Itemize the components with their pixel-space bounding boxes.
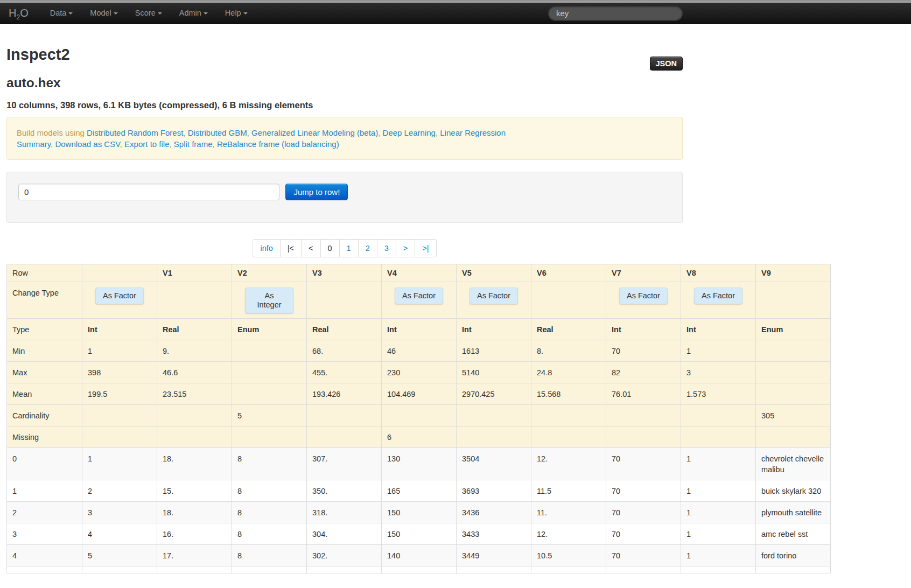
navbar-link-score[interactable]: Score <box>127 3 171 24</box>
as-factor-button[interactable]: As Factor <box>619 288 668 304</box>
summary-value <box>756 426 831 448</box>
data-value: 350. <box>307 480 382 502</box>
caret-down-icon <box>114 12 118 15</box>
separator: , <box>120 139 124 149</box>
model-link[interactable]: Generalized Linear Modeling (beta) <box>251 128 378 137</box>
data-value <box>756 566 831 573</box>
summary-value <box>756 383 831 405</box>
navbar-link-data[interactable]: Data <box>41 3 82 24</box>
summary-value <box>457 405 531 426</box>
pagination-link-1[interactable]: 1 <box>340 240 358 257</box>
brand-text: H <box>9 7 16 19</box>
pagination-link-3[interactable]: 3 <box>377 240 396 257</box>
summary-value: 305 <box>756 405 831 426</box>
summary-value: 70 <box>606 340 681 362</box>
navbar-item-data: Data <box>41 3 82 24</box>
summary-value <box>531 426 606 448</box>
action-link[interactable]: Download as CSV <box>55 139 120 149</box>
pagination-item: |< <box>280 240 301 257</box>
summary-value: Enum <box>232 319 307 340</box>
summary-value: 46.6 <box>157 362 232 383</box>
data-value: 1 <box>82 448 157 480</box>
data-value: 4 <box>82 523 157 545</box>
search-input[interactable] <box>548 6 683 20</box>
data-value: 11. <box>531 502 606 523</box>
caret-down-icon <box>204 12 208 15</box>
frame-table: RowV1V2V3V4V5V6V7V8V9Change TypeAs Facto… <box>6 264 831 573</box>
action-link[interactable]: Summary <box>17 139 51 149</box>
pagination-link-info[interactable]: info <box>253 240 279 257</box>
jump-to-row-button[interactable]: Jump to row! <box>285 184 348 200</box>
navbar-link-model[interactable]: Model <box>81 3 127 24</box>
summary-value <box>681 405 756 426</box>
data-value: 304. <box>307 523 382 545</box>
data-value: 150 <box>382 523 457 545</box>
model-link[interactable]: Linear Regression <box>440 128 506 137</box>
data-value: 1 <box>681 523 756 545</box>
column-header: V8 <box>681 264 756 282</box>
summary-row-max: Max39846.6455.230514024.8823 <box>7 362 831 383</box>
pagination-link-[interactable]: < <box>302 240 320 257</box>
h2o-logo[interactable]: H2O <box>6 3 31 27</box>
pagination-item: 1 <box>339 240 358 257</box>
table-header-row: RowV1V2V3V4V5V6V7V8V9 <box>7 264 831 282</box>
as-integer-button[interactable]: As Integer <box>245 288 293 313</box>
summary-value <box>232 383 307 405</box>
as-factor-button[interactable]: As Factor <box>395 288 443 304</box>
change-type-cell: As Factor <box>606 282 681 319</box>
model-link[interactable]: Distributed GBM <box>188 128 247 137</box>
summary-value: 2970.425 <box>457 383 531 405</box>
summary-value: 1 <box>82 340 157 362</box>
as-factor-button[interactable]: As Factor <box>95 288 144 304</box>
action-link[interactable]: Split frame <box>174 139 213 149</box>
pagination-item: info <box>253 240 279 257</box>
data-value: 3433 <box>457 523 531 545</box>
pagination-item: 0 <box>320 240 339 257</box>
jump-row-input[interactable] <box>18 184 279 200</box>
pagination-link-0[interactable]: 0 <box>321 240 339 257</box>
pagination-link-2[interactable]: 2 <box>359 240 377 257</box>
data-value: 150 <box>382 502 457 523</box>
pagination-link-[interactable]: >| <box>415 240 436 257</box>
column-header <box>82 264 157 282</box>
summary-value: 5 <box>232 405 307 426</box>
data-value: 3436 <box>457 502 531 523</box>
json-button[interactable]: JSON <box>650 57 683 71</box>
frame-summary: 10 columns, 398 rows, 6.1 KB bytes (comp… <box>6 100 683 110</box>
column-header: V2 <box>232 264 307 282</box>
as-factor-button[interactable]: As Factor <box>694 288 742 304</box>
data-value <box>681 566 756 573</box>
row-label: Type <box>7 319 82 340</box>
jump-to-row-panel: Jump to row! <box>6 172 683 223</box>
column-header: V6 <box>531 264 606 282</box>
data-value: amc rebel sst <box>756 523 831 545</box>
change-type-cell: As Integer <box>232 282 307 319</box>
as-factor-button[interactable]: As Factor <box>469 288 518 304</box>
summary-value: 5140 <box>457 362 531 383</box>
summary-value <box>157 405 232 426</box>
model-link[interactable]: Deep Learning <box>383 128 436 137</box>
model-link[interactable]: Distributed Random Forest <box>87 128 183 137</box>
summary-value: Int <box>681 319 756 340</box>
summary-value <box>307 426 382 448</box>
summary-row-type: TypeIntRealEnumRealIntIntRealIntIntEnum <box>7 319 831 340</box>
row-header: Row <box>7 264 82 282</box>
navbar-link-help[interactable]: Help <box>216 3 256 24</box>
pagination-item: 2 <box>358 240 377 257</box>
column-header: V1 <box>157 264 232 282</box>
summary-value: 455. <box>307 362 382 383</box>
navbar-link-admin[interactable]: Admin <box>171 3 216 24</box>
data-value: 8 <box>232 502 307 523</box>
column-header: V3 <box>307 264 382 282</box>
summary-value <box>82 426 157 448</box>
pagination-link-[interactable]: > <box>396 240 415 257</box>
navbar-item-help: Help <box>216 3 256 24</box>
data-value: 15. <box>157 480 232 502</box>
action-link[interactable]: Export to file <box>124 139 169 149</box>
action-link[interactable]: ReBalance frame (load balancing) <box>217 139 339 149</box>
summary-value <box>232 362 307 383</box>
change-type-cell: As Factor <box>382 282 457 319</box>
pagination-link-[interactable]: |< <box>281 240 301 257</box>
summary-value: Real <box>531 319 606 340</box>
summary-value: Int <box>457 319 531 340</box>
